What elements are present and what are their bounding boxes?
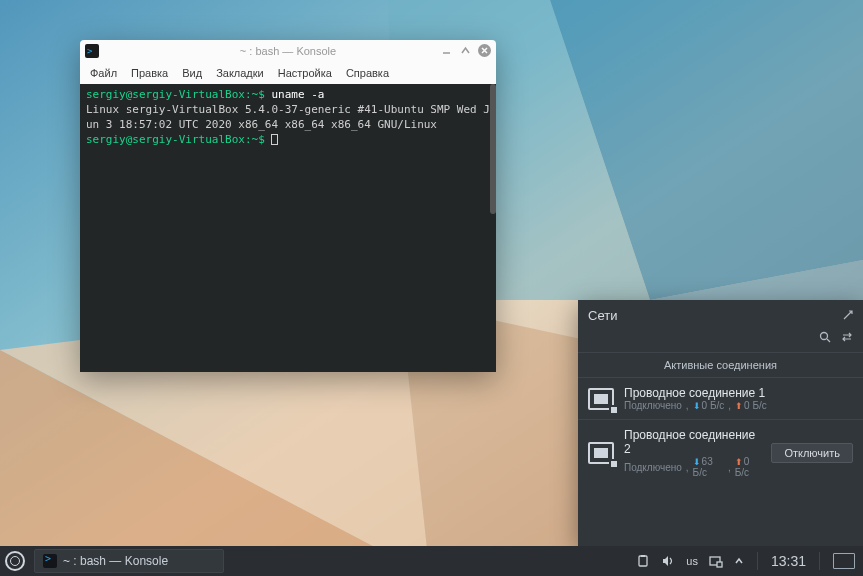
volume-icon[interactable] bbox=[661, 554, 675, 568]
menu-bookmarks[interactable]: Закладки bbox=[216, 67, 264, 79]
connection-status: Подключено bbox=[624, 400, 682, 411]
rate-up: 0 Б/с bbox=[735, 456, 762, 478]
prompt: sergiy@sergiy-VirtualBox:~$ bbox=[86, 133, 265, 146]
terminal-output: Linux sergiy-VirtualBox 5.4.0-37-generic… bbox=[86, 103, 490, 133]
terminal-cursor bbox=[271, 134, 278, 145]
konsole-menubar: Файл Правка Вид Закладки Настройка Справ… bbox=[80, 62, 496, 84]
connection-status: Подключено bbox=[624, 462, 682, 473]
svg-text:>: > bbox=[87, 46, 93, 56]
taskbar-entry-konsole[interactable]: ~ : bash — Konsole bbox=[34, 549, 224, 573]
connection-name: Проводное соединение 2 bbox=[624, 428, 761, 456]
terminal-area[interactable]: sergiy@sergiy-VirtualBox:~$ uname -a Lin… bbox=[80, 84, 496, 372]
svg-point-9 bbox=[821, 333, 828, 340]
task-label: ~ : bash — Konsole bbox=[63, 554, 168, 568]
svg-rect-13 bbox=[717, 562, 722, 567]
tray-expand-icon[interactable] bbox=[734, 556, 744, 566]
show-desktop-button[interactable] bbox=[833, 553, 855, 569]
network-tray-icon[interactable] bbox=[709, 554, 723, 568]
rate-down: 63 Б/с bbox=[693, 456, 724, 478]
menu-settings[interactable]: Настройка bbox=[278, 67, 332, 79]
konsole-titlebar[interactable]: > ~ : bash — Konsole bbox=[80, 40, 496, 62]
network-title: Сети bbox=[588, 308, 617, 323]
active-connections-header: Активные соединения bbox=[578, 352, 863, 378]
menu-edit[interactable]: Правка bbox=[131, 67, 168, 79]
connection-row[interactable]: Проводное соединение 2 Подключено, 63 Б/… bbox=[578, 419, 863, 486]
clipboard-icon[interactable] bbox=[636, 554, 650, 568]
taskbar: ~ : bash — Konsole us 13:31 bbox=[0, 546, 863, 576]
pin-icon[interactable] bbox=[843, 308, 853, 323]
terminal-scrollbar[interactable] bbox=[490, 84, 496, 214]
konsole-title: ~ : bash — Konsole bbox=[240, 45, 336, 57]
connection-name: Проводное соединение 1 bbox=[624, 386, 853, 400]
network-applet: Сети Активные соединения Проводное соеди… bbox=[578, 300, 863, 546]
command: uname -a bbox=[271, 88, 324, 101]
svg-rect-11 bbox=[641, 555, 645, 557]
konsole-window[interactable]: > ~ : bash — Konsole Файл Правка Вид Зак… bbox=[80, 40, 496, 372]
menu-help[interactable]: Справка bbox=[346, 67, 389, 79]
prompt: sergiy@sergiy-VirtualBox:~$ bbox=[86, 88, 265, 101]
disconnect-button[interactable]: Отключить bbox=[771, 443, 853, 463]
system-tray: us 13:31 bbox=[636, 552, 863, 570]
connection-row[interactable]: Проводное соединение 1 Подключено, 0 Б/с… bbox=[578, 378, 863, 419]
keyboard-layout[interactable]: us bbox=[686, 555, 698, 567]
plasma-logo-icon bbox=[5, 551, 25, 571]
maximize-button[interactable] bbox=[459, 44, 472, 57]
minimize-button[interactable] bbox=[440, 44, 453, 57]
clock[interactable]: 13:31 bbox=[771, 553, 806, 569]
svg-rect-10 bbox=[639, 556, 647, 566]
ethernet-icon bbox=[588, 388, 614, 410]
konsole-icon bbox=[43, 554, 57, 568]
close-button[interactable] bbox=[478, 44, 491, 57]
konsole-app-icon: > bbox=[85, 44, 99, 58]
rate-up: 0 Б/с bbox=[735, 400, 767, 411]
search-icon[interactable] bbox=[819, 331, 831, 346]
refresh-icon[interactable] bbox=[841, 331, 853, 346]
menu-view[interactable]: Вид bbox=[182, 67, 202, 79]
menu-file[interactable]: Файл bbox=[90, 67, 117, 79]
rate-down: 0 Б/с bbox=[693, 400, 725, 411]
ethernet-icon bbox=[588, 442, 614, 464]
application-launcher[interactable] bbox=[0, 546, 30, 576]
